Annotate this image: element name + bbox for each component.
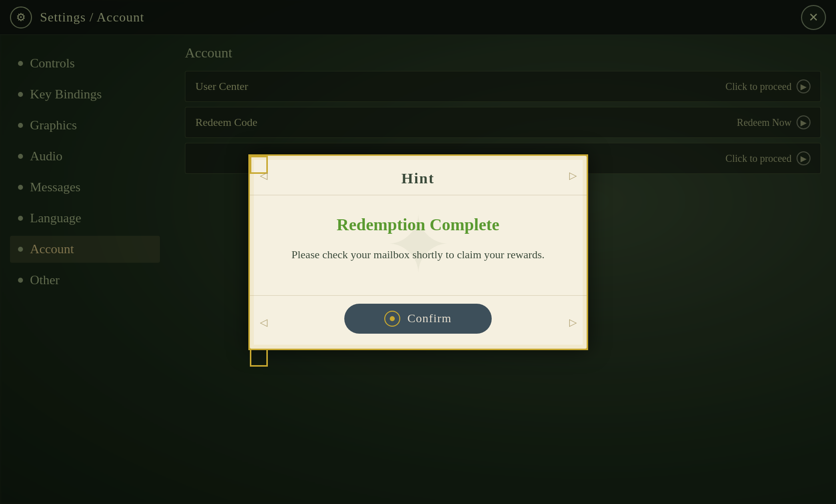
confirm-icon: [384, 311, 400, 327]
confirm-label: Confirm: [407, 312, 451, 325]
confirm-button[interactable]: Confirm: [344, 304, 491, 334]
dialog-footer: Confirm: [250, 295, 587, 349]
confirm-icon-dot: [390, 316, 395, 321]
dialog-title: Hint: [401, 170, 434, 186]
dialog-body: ✦ Redemption Complete Please check your …: [250, 195, 587, 295]
body-text: Please check your mailbox shortly to cla…: [275, 246, 562, 263]
modal-overlay: Hint ✦ Redemption Complete Please check …: [0, 0, 836, 504]
watermark-icon: ✦: [373, 200, 463, 290]
success-text: Redemption Complete: [275, 215, 562, 234]
dialog-header: Hint: [250, 156, 587, 195]
hint-dialog: Hint ✦ Redemption Complete Please check …: [248, 154, 588, 350]
